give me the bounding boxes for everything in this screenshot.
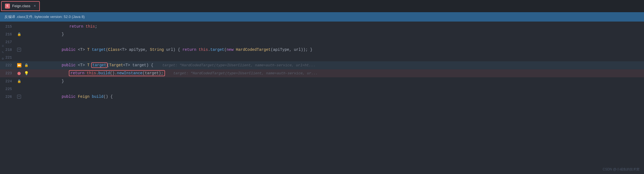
gutter-224: 🔒 (15, 79, 23, 83)
line-code-222: public <T> T target(Target<T> target) { … (30, 61, 644, 69)
tab-close-button[interactable]: × (34, 4, 36, 8)
watermark-text: CSDN @小咸鱼的技术窝 (603, 167, 640, 172)
line-number-224: 224 (0, 79, 15, 83)
editor-area: ≡ ✎ ⚙ 215 return this; 216 🔒 } (0, 22, 644, 174)
line-number-217: 217 (0, 40, 15, 44)
code-line-225: 225 (0, 85, 644, 93)
gutter2-223: 💡 (23, 71, 30, 76)
debug-arrow-icon-222: ⏩ (17, 63, 22, 68)
line-number-216: 216 (0, 32, 15, 36)
gutter2-222: 🔒 (23, 64, 30, 67)
line-code-217 (30, 38, 644, 46)
info-bar-text: 反编译 .class文件, bytecode version: 52.0 (Ja… (4, 14, 85, 19)
line-code-216: } (30, 30, 644, 38)
code-line-223: 223 💡 return this.build().newInstance(ta… (0, 69, 644, 77)
line-number-226: 226 (0, 95, 15, 99)
line-number-221: 221 (0, 56, 15, 60)
feign-class-tab[interactable]: C Feign.class × (1, 1, 40, 11)
bulb-icon-223: 💡 (24, 71, 29, 76)
gutter-216: 🔒 (15, 32, 23, 36)
expand-icon-218[interactable]: + (17, 48, 21, 52)
line-number-225: 225 (0, 87, 15, 91)
breakpoint-icon-223[interactable] (17, 72, 21, 75)
line-number-222: 222 (0, 63, 15, 67)
code-line-226: 226 + public Feign build() { (0, 93, 644, 101)
line-code-221 (30, 54, 644, 61)
line-number-215: 215 (0, 25, 15, 29)
code-line-215: 215 return this; (0, 23, 644, 30)
line-code-215: return this; (30, 23, 644, 30)
gutter-218: + (15, 48, 23, 52)
line-number-218: 218 (0, 48, 15, 52)
lock-icon-224: 🔒 (17, 79, 21, 83)
code-line-224: 224 🔒 } (0, 77, 644, 85)
gutter-222: ⏩ (15, 63, 23, 68)
code-content: 215 return this; 216 🔒 } 217 (0, 22, 644, 174)
expand-icon-226[interactable]: + (17, 95, 21, 99)
tab-label: Feign.class (12, 4, 30, 8)
code-line-217: 217 (0, 38, 644, 46)
gutter-226: + (15, 95, 23, 99)
line-code-224: } (30, 77, 644, 85)
line-number-223: 223 (0, 71, 15, 75)
lock-icon-216: 🔒 (17, 32, 21, 36)
line-code-218: public <T> T target(Class<T> apiType, St… (30, 46, 644, 54)
line-code-225 (30, 85, 644, 93)
code-line-222: 222 ⏩ 🔒 public <T> T target(Target<T> ta… (0, 61, 644, 69)
gutter-223 (15, 72, 23, 75)
code-line-216: 216 🔒 } (0, 30, 644, 38)
info-bar: 反编译 .class文件, bytecode version: 52.0 (Ja… (0, 12, 644, 22)
code-line-218: 218 + public <T> T target(Class<T> apiTy… (0, 46, 644, 54)
tab-file-icon: C (5, 4, 10, 9)
tab-bar: C Feign.class × (0, 0, 644, 12)
line-code-226: public Feign build() { (30, 93, 644, 101)
lock-icon-222: 🔒 (24, 64, 28, 67)
code-line-221: 221 (0, 54, 644, 61)
line-code-223: return this.build().newInstance(target);… (30, 69, 644, 77)
